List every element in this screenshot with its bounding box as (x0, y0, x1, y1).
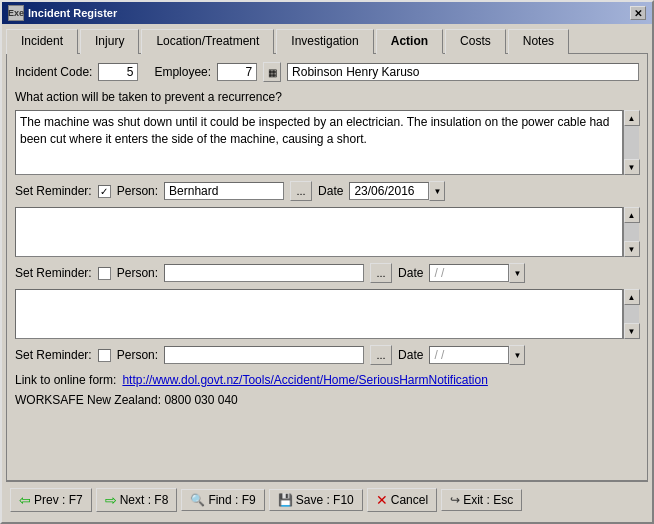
save-button[interactable]: 💾 Save : F10 (269, 489, 363, 511)
worksafe-row: WORKSAFE New Zealand: 0800 030 040 (15, 393, 639, 407)
tab-injury[interactable]: Injury (80, 29, 139, 54)
notes3-scroll-down[interactable]: ▼ (624, 323, 640, 339)
reminder2-row: Set Reminder: Person: ... Date ▼ (15, 263, 639, 283)
reminder2-person-label: Person: (117, 266, 158, 280)
action-textarea-scrollbar: ▲ ▼ (623, 110, 639, 175)
cancel-icon: ✕ (376, 492, 388, 508)
reminder1-label: Set Reminder: (15, 184, 92, 198)
question-text: What action will be taken to prevent a r… (15, 90, 282, 104)
footer-bar: ⇦ Prev : F7 ⇨ Next : F8 🔍 Find : F9 💾 Sa… (6, 481, 648, 518)
reminder1-date-container: ▼ (349, 181, 445, 201)
exit-icon: ↪ (450, 493, 460, 507)
notes2-scroll-up[interactable]: ▲ (624, 207, 640, 223)
exit-button[interactable]: ↪ Exit : Esc (441, 489, 522, 511)
reminder3-checkbox[interactable] (98, 349, 111, 362)
reminder1-person-browse-button[interactable]: ... (290, 181, 312, 201)
tabs-bar: Incident Injury Location/Treatment Inves… (2, 24, 652, 53)
reminder3-date-label: Date (398, 348, 423, 362)
link-row: Link to online form: http://www.dol.govt… (15, 373, 639, 387)
tab-investigation[interactable]: Investigation (276, 29, 373, 54)
tab-notes[interactable]: Notes (508, 29, 569, 54)
reminder1-date-dropdown[interactable]: ▼ (429, 181, 445, 201)
reminder2-date-dropdown[interactable]: ▼ (509, 263, 525, 283)
reminder3-date-dropdown[interactable]: ▼ (509, 345, 525, 365)
action-textarea-container: The machine was shut down until it could… (15, 110, 639, 175)
incident-code-input[interactable] (98, 63, 138, 81)
close-button[interactable]: ✕ (630, 6, 646, 20)
tab-incident[interactable]: Incident (6, 29, 78, 54)
notes2-textarea-container: ▲ ▼ (15, 207, 639, 257)
notes2-scrollbar: ▲ ▼ (623, 207, 639, 257)
window-title: Incident Register (28, 7, 117, 19)
worksafe-text: WORKSAFE New Zealand: 0800 030 040 (15, 393, 238, 407)
tab-location-treatment[interactable]: Location/Treatment (141, 29, 274, 54)
notes2-textarea[interactable] (15, 207, 623, 257)
reminder1-person-label: Person: (117, 184, 158, 198)
link-prefix: Link to online form: (15, 373, 116, 387)
incident-employee-row: Incident Code: Employee: ▦ (15, 62, 639, 82)
reminder2-date-container: ▼ (429, 263, 525, 283)
reminder2-person-browse-button[interactable]: ... (370, 263, 392, 283)
save-icon: 💾 (278, 493, 293, 507)
tab-action[interactable]: Action (376, 29, 443, 54)
notes3-scroll-up[interactable]: ▲ (624, 289, 640, 305)
main-window: Exe Incident Register ✕ Incident Injury … (0, 0, 654, 524)
reminder1-checkbox[interactable] (98, 185, 111, 198)
reminder3-date-container: ▼ (429, 345, 525, 365)
reminder3-label: Set Reminder: (15, 348, 92, 362)
next-button[interactable]: ⇨ Next : F8 (96, 488, 178, 512)
reminder2-checkbox[interactable] (98, 267, 111, 280)
employee-id-input[interactable] (217, 63, 257, 81)
reminder1-date-label: Date (318, 184, 343, 198)
title-bar-left: Exe Incident Register (8, 5, 117, 21)
content-area: Incident Code: Employee: ▦ What action w… (6, 53, 648, 481)
notes3-textarea[interactable] (15, 289, 623, 339)
reminder3-date-input[interactable] (429, 346, 509, 364)
notes3-scrollbar: ▲ ▼ (623, 289, 639, 339)
notes3-scroll-track (624, 305, 639, 323)
scroll-down-arrow[interactable]: ▼ (624, 159, 640, 175)
reminder2-date-input[interactable] (429, 264, 509, 282)
find-button[interactable]: 🔍 Find : F9 (181, 489, 264, 511)
question-row: What action will be taken to prevent a r… (15, 88, 639, 104)
scroll-up-arrow[interactable]: ▲ (624, 110, 640, 126)
prev-icon: ⇦ (19, 492, 31, 508)
action-textarea[interactable]: The machine was shut down until it could… (15, 110, 623, 175)
notes3-textarea-container: ▲ ▼ (15, 289, 639, 339)
reminder2-person-input[interactable] (164, 264, 364, 282)
employee-browse-button[interactable]: ▦ (263, 62, 281, 82)
reminder3-person-label: Person: (117, 348, 158, 362)
title-bar: Exe Incident Register ✕ (2, 2, 652, 24)
cancel-button[interactable]: ✕ Cancel (367, 488, 437, 512)
employee-label: Employee: (154, 65, 211, 79)
incident-code-label: Incident Code: (15, 65, 92, 79)
prev-button[interactable]: ⇦ Prev : F7 (10, 488, 92, 512)
next-icon: ⇨ (105, 492, 117, 508)
tab-costs[interactable]: Costs (445, 29, 506, 54)
notes2-scroll-down[interactable]: ▼ (624, 241, 640, 257)
scroll-track (624, 126, 639, 159)
reminder3-row: Set Reminder: Person: ... Date ▼ (15, 345, 639, 365)
reminder2-label: Set Reminder: (15, 266, 92, 280)
reminder3-person-browse-button[interactable]: ... (370, 345, 392, 365)
reminder2-date-label: Date (398, 266, 423, 280)
find-icon: 🔍 (190, 493, 205, 507)
employee-name-input[interactable] (287, 63, 639, 81)
online-form-link[interactable]: http://www.dol.govt.nz/Tools/Accident/Ho… (122, 373, 488, 387)
reminder3-person-input[interactable] (164, 346, 364, 364)
app-icon: Exe (8, 5, 24, 21)
reminder1-date-input[interactable] (349, 182, 429, 200)
reminder1-person-input[interactable] (164, 182, 284, 200)
reminder1-row: Set Reminder: Person: ... Date ▼ (15, 181, 639, 201)
notes2-scroll-track (624, 223, 639, 241)
